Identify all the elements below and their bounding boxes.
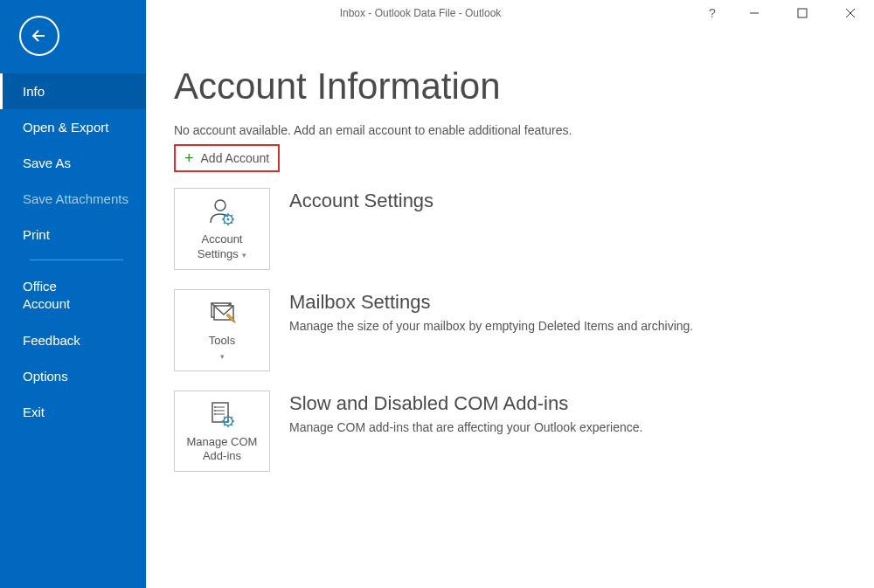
sidebar-item-info[interactable]: Info xyxy=(0,73,146,109)
section-mailbox-settings: Tools▾ Mailbox Settings Manage the size … xyxy=(174,289,874,371)
sidebar-item-exit[interactable]: Exit xyxy=(0,394,146,430)
svg-line-13 xyxy=(232,223,233,225)
close-button[interactable] xyxy=(826,0,874,26)
svg-point-5 xyxy=(215,200,225,211)
titlebar: Inbox - Outlook Data File - Outlook ? xyxy=(146,0,874,26)
maximize-icon xyxy=(797,8,808,18)
sidebar-item-open-export[interactable]: Open & Export xyxy=(0,109,146,145)
add-account-label: Add Account xyxy=(201,151,270,165)
main-content: Account Information No account available… xyxy=(146,0,874,588)
svg-line-34 xyxy=(232,417,233,419)
svg-point-24 xyxy=(214,410,216,412)
section-title: Mailbox Settings xyxy=(289,291,693,314)
sidebar-item-office-account[interactable]: OfficeAccount xyxy=(0,267,146,322)
svg-rect-1 xyxy=(798,9,807,17)
minimize-icon xyxy=(749,8,760,18)
svg-point-25 xyxy=(214,413,216,415)
section-desc: Manage the size of your mailbox by empty… xyxy=(289,319,693,333)
back-arrow-icon xyxy=(30,26,49,45)
sidebar-item-label: Print xyxy=(23,227,50,242)
back-button[interactable] xyxy=(19,16,59,56)
svg-line-14 xyxy=(232,215,233,217)
minimize-button[interactable] xyxy=(730,0,778,26)
plus-icon: + xyxy=(184,150,194,166)
tile-label: Tools▾ xyxy=(209,334,235,363)
section-title: Slow and Disabled COM Add-ins xyxy=(289,392,642,415)
svg-line-33 xyxy=(232,424,233,425)
sidebar-item-label: Open & Export xyxy=(23,120,108,135)
svg-point-23 xyxy=(214,406,216,408)
svg-rect-19 xyxy=(212,403,228,422)
sidebar-item-label: Options xyxy=(23,369,68,384)
section-desc: Manage COM add-ins that are affecting yo… xyxy=(289,420,642,434)
sidebar-item-options[interactable]: Options xyxy=(0,358,146,394)
section-title: Account Settings xyxy=(289,190,434,212)
sidebar-item-label: Feedback xyxy=(23,333,80,348)
sidebar-item-label: Info xyxy=(23,84,45,99)
window-title: Inbox - Outlook Data File - Outlook xyxy=(146,7,695,19)
svg-point-7 xyxy=(227,218,230,221)
sidebar-divider xyxy=(30,259,123,260)
svg-line-15 xyxy=(224,223,225,225)
maximize-button[interactable] xyxy=(778,0,826,26)
backstage-sidebar: Info Open & Export Save As Save Attachme… xyxy=(0,0,146,588)
com-addins-icon xyxy=(207,400,237,428)
tile-label: Manage COM Add-ins xyxy=(180,435,264,465)
sidebar-item-feedback[interactable]: Feedback xyxy=(0,322,146,358)
sidebar-item-label: OfficeAccount xyxy=(23,279,70,311)
sidebar-item-save-as[interactable]: Save As xyxy=(0,145,146,181)
section-account-settings: Account Settings ▾ Account Settings xyxy=(174,188,874,270)
sidebar-item-label: Save Attachments xyxy=(23,191,128,206)
sidebar-item-save-attachments: Save Attachments xyxy=(0,181,146,217)
add-account-button[interactable]: + Add Account xyxy=(174,144,280,172)
tile-manage-com-addins[interactable]: Manage COM Add-ins xyxy=(174,391,270,473)
chevron-down-icon: ▾ xyxy=(220,352,225,361)
tile-label: Account Settings ▾ xyxy=(180,232,264,262)
tile-tools[interactable]: Tools▾ xyxy=(174,289,270,371)
section-com-addins: Manage COM Add-ins Slow and Disabled COM… xyxy=(174,391,874,473)
svg-line-32 xyxy=(224,417,225,419)
tile-account-settings[interactable]: Account Settings ▾ xyxy=(174,188,270,270)
svg-line-35 xyxy=(224,424,225,425)
no-account-message: No account available. Add an email accou… xyxy=(174,123,874,137)
help-button[interactable]: ? xyxy=(695,0,730,26)
sidebar-item-label: Save As xyxy=(23,156,71,170)
account-settings-icon xyxy=(207,197,237,225)
chevron-down-icon: ▾ xyxy=(240,251,247,259)
sidebar-item-label: Exit xyxy=(23,405,45,419)
svg-point-27 xyxy=(227,419,230,422)
tools-icon xyxy=(207,299,237,327)
sidebar-item-print[interactable]: Print xyxy=(0,217,146,252)
close-icon xyxy=(845,8,856,18)
page-title: Account Information xyxy=(174,66,874,107)
svg-line-12 xyxy=(224,215,225,217)
